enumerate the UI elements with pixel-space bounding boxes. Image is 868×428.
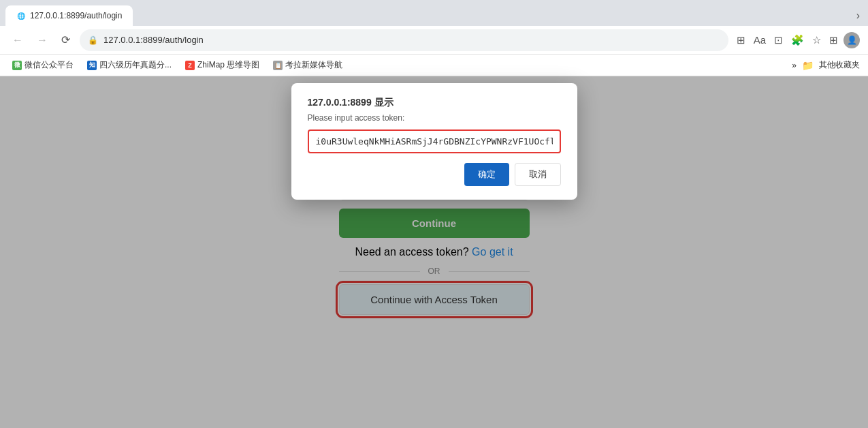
other-bookmarks-label[interactable]: 其他收藏夹 [819,59,860,71]
bookmarks-more-btn[interactable]: » [792,61,797,70]
tab-favicon: 🌐 [16,11,26,20]
tab-more-btn[interactable]: › [854,7,863,25]
modal-cancel-button[interactable]: 取消 [515,163,561,186]
modal-confirm-button[interactable]: 确定 [464,163,509,186]
lock-icon: 🔒 [88,35,98,45]
other-bookmarks-icon: 📁 [802,60,814,71]
star-btn[interactable]: ☆ [809,31,824,49]
zhimap-favicon: Z [185,61,195,70]
reload-button[interactable]: ⟳ [57,31,74,49]
modal-subtitle: Please input access token: [308,113,561,123]
bookmark-weixin[interactable]: 微 微信公众平台 [8,58,78,72]
bookmark-kaola[interactable]: 📋 考拉新媒体导航 [269,58,347,72]
kaola-favicon: 📋 [273,61,283,70]
address-text: 127.0.0.1:8899/auth/login [103,35,204,45]
back-button[interactable]: ← [8,31,27,49]
bookmark-zhimap[interactable]: Z ZhiMap 思维导图 [181,58,263,72]
reader-mode-btn[interactable]: Aa [751,31,769,48]
modal-overlay: 127.0.0.1:8899 显示 Please input access to… [0,76,868,428]
address-bar[interactable]: 🔒 127.0.0.1:8899/auth/login [80,29,728,51]
page-content: Welcome Back 👁 Continue Need an access t… [0,76,868,428]
tab-bar: 🌐 127.0.0.1:8899/auth/login › [0,0,868,26]
bookmark-sijiliu[interactable]: 知 四六级历年真题分... [83,58,176,72]
nav-actions: ⊞ Aa ⊡ 🧩 ☆ ⊞ 👤 [734,31,860,49]
zhimap-label: ZhiMap 思维导图 [197,59,259,71]
collections-btn[interactable]: ⊞ [826,31,841,49]
user-avatar[interactable]: 👤 [843,32,860,48]
forward-button[interactable]: → [33,31,52,49]
extensions-btn[interactable]: 🧩 [788,31,807,49]
profile-switcher-btn[interactable]: ⊞ [734,31,748,49]
weixin-label: 微信公众平台 [25,59,74,71]
modal-buttons: 确定 取消 [308,163,561,186]
kaola-label: 考拉新媒体导航 [285,59,342,71]
tab-label: 127.0.0.1:8899/auth/login [30,11,122,20]
nav-bar: ← → ⟳ 🔒 127.0.0.1:8899/auth/login ⊞ Aa ⊡… [0,26,868,55]
modal-title: 127.0.0.1:8899 显示 [308,97,561,109]
modal-token-input[interactable] [308,129,561,153]
sijiliu-label: 四六级历年真题分... [99,59,172,71]
weixin-favicon: 微 [12,61,22,70]
modal-dialog: 127.0.0.1:8899 显示 Please input access to… [291,83,577,200]
split-view-btn[interactable]: ⊡ [771,31,786,49]
sijiliu-favicon: 知 [87,61,97,70]
bookmarks-bar: 微 微信公众平台 知 四六级历年真题分... Z ZhiMap 思维导图 📋 考… [0,55,868,76]
active-tab[interactable]: 🌐 127.0.0.1:8899/auth/login [5,5,133,26]
